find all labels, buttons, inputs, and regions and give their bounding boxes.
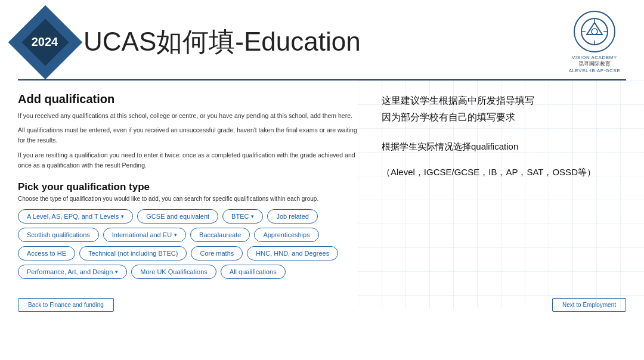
vision-academy-logo: VISION ACADEMY 觅寻国际教育 ALEVEL·IB·AP·GCSE xyxy=(569,11,620,73)
desc1: If you received any qualifications at th… xyxy=(18,111,358,121)
qual-btn-all[interactable]: All qualifications xyxy=(221,265,286,279)
navigation-bar: Back to Finance and funding Next to Empl… xyxy=(0,291,644,319)
logo-name: VISION ACADEMY xyxy=(572,55,617,60)
add-qualification-title: Add qualification xyxy=(18,92,358,106)
dropdown-arrow-icon-4: ▾ xyxy=(115,269,118,275)
qual-btn-baccalaureate[interactable]: Baccalaureate xyxy=(190,228,250,242)
right-panel-content: 这里建议学生根据高中所发指导填写 因为部分学校有自己的填写要求 根据学生实际情况… xyxy=(382,92,626,181)
qual-btn-scottish[interactable]: Scottish qualifications xyxy=(18,228,99,242)
year-label: 2024 xyxy=(32,35,58,49)
qual-btn-international[interactable]: International and EU ▾ xyxy=(103,228,186,242)
page-title: UCAS如何填-Education xyxy=(83,24,569,60)
right-text-3: 根据学生实际情况选择qualification xyxy=(382,138,626,154)
qual-btn-job-related[interactable]: Job related xyxy=(267,209,317,224)
dropdown-arrow-icon: ▾ xyxy=(121,213,124,219)
right-text-block-2: 根据学生实际情况选择qualification （Alevel，IGCSE/GC… xyxy=(382,138,626,180)
right-panel: 这里建议学生根据高中所发指导填写 因为部分学校有自己的填写要求 根据学生实际情况… xyxy=(358,92,626,279)
qual-btn-hnc[interactable]: HNC, HND, and Degrees xyxy=(247,246,338,260)
desc3: If you are resitting a qualification you… xyxy=(18,150,358,170)
left-panel: Add qualification If you received any qu… xyxy=(18,92,358,279)
qual-btn-gcse[interactable]: GCSE and equivalent xyxy=(137,209,218,224)
logo-cn: 觅寻国际教育 xyxy=(578,60,611,68)
qual-btn-apprenticeships[interactable]: Apprenticeships xyxy=(254,228,318,242)
qual-btn-performance[interactable]: Performance, Art, and Design ▾ xyxy=(18,265,127,279)
qual-btn-technical[interactable]: Technical (not including BTEC) xyxy=(79,246,187,260)
qual-btn-core-maths[interactable]: Core maths xyxy=(191,246,243,260)
svg-point-1 xyxy=(592,29,597,35)
pick-qualification-title: Pick your qualification type xyxy=(18,181,358,193)
back-button[interactable]: Back to Finance and funding xyxy=(18,298,114,312)
qual-btn-more-uk[interactable]: More UK Qualifications xyxy=(131,265,216,279)
header: 2024 UCAS如何填-Education VISION ACADEMY 觅寻… xyxy=(0,0,644,79)
logo-diamond: 2024 xyxy=(18,15,72,69)
qual-btn-access-he[interactable]: Access to HE xyxy=(18,246,75,260)
right-text-1: 这里建议学生根据高中所发指导填写 xyxy=(382,92,626,110)
logo-sub: ALEVEL·IB·AP·GCSE xyxy=(569,68,620,73)
next-button[interactable]: Next to Employment xyxy=(552,298,626,312)
right-text-4: （Alevel，IGCSE/GCSE，IB，AP，SAT，OSSD等） xyxy=(382,164,626,180)
desc2: All qualifications must be entered, even… xyxy=(18,125,358,145)
logo-circle xyxy=(574,11,615,52)
qual-btn-alevel[interactable]: A Level, AS, EPQ, and T Levels ▾ xyxy=(18,209,133,224)
qualification-buttons: A Level, AS, EPQ, and T Levels ▾ GCSE an… xyxy=(18,209,358,279)
right-text-2: 因为部分学校有自己的填写要求 xyxy=(382,109,626,126)
qual-btn-btec[interactable]: BTEC ▾ xyxy=(222,209,263,224)
dropdown-arrow-icon-2: ▾ xyxy=(251,213,254,219)
right-text-block-1: 这里建议学生根据高中所发指导填写 因为部分学校有自己的填写要求 xyxy=(382,92,626,127)
pick-description: Choose the type of qualification you wou… xyxy=(18,195,358,202)
main-content: Add qualification If you received any qu… xyxy=(0,80,644,285)
dropdown-arrow-icon-3: ▾ xyxy=(174,232,177,238)
